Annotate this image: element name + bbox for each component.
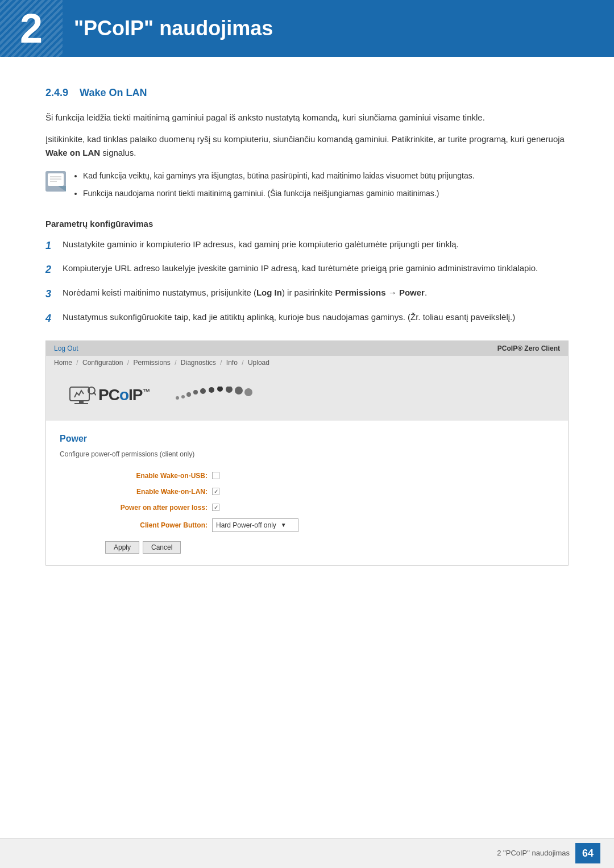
step-3-end: . <box>425 288 427 297</box>
nav-sep-3: / <box>173 358 179 368</box>
iface-nav-permissions[interactable]: Permissions <box>133 358 170 368</box>
iface-client-power-select[interactable]: Hard Power-off only ▼ <box>212 518 298 532</box>
iface-nav-configuration[interactable]: Configuration <box>82 358 123 368</box>
page-footer: 2 "PCoIP" naudojimas 64 <box>0 838 614 868</box>
svg-point-12 <box>186 392 191 397</box>
chapter-number-box: 2 <box>0 0 63 57</box>
header-stripe-decoration <box>0 0 63 57</box>
iface-form: Enable Wake-on-USB: Enable Wake-on-LAN: … <box>60 471 554 554</box>
pcoip-logo: PCoIP™ <box>69 383 150 407</box>
iface-power-loss-label: Power on after power loss: <box>105 502 208 513</box>
iface-action-buttons: Apply Cancel <box>60 541 554 554</box>
iface-nav-bar: Home / Configuration / Permissions / Dia… <box>46 356 568 369</box>
nav-sep-4: / <box>218 358 224 368</box>
iface-brand-name: PCoIP® Zero Client <box>497 343 560 354</box>
step-3-num: 3 <box>45 286 56 302</box>
svg-point-14 <box>200 388 206 394</box>
apply-button[interactable]: Apply <box>105 541 139 554</box>
pcoip-logo-icon <box>69 385 96 405</box>
step-3-pre: Norėdami keisti maitinimo nustatymus, pr… <box>63 288 256 297</box>
iface-client-power-label: Client Power Button: <box>105 520 208 530</box>
section-heading: 2.4.9 Wake On LAN <box>45 85 569 101</box>
intro-para-2: Įsitikinkite, kad tinklas palaiko duomen… <box>45 132 569 160</box>
svg-point-16 <box>217 387 223 392</box>
svg-point-10 <box>176 396 179 400</box>
svg-point-15 <box>209 387 214 393</box>
iface-power-loss-row: Power on after power loss: <box>60 502 554 513</box>
sub-heading: Parametrų konfigūravimas <box>45 218 569 231</box>
nav-sep-5: / <box>240 358 246 368</box>
step-3-arrow: → <box>386 288 399 297</box>
step-4-text: Nustatymus sukonfigūruokite taip, kad ji… <box>63 310 515 324</box>
intro-para-2-text: Įsitikinkite, kad tinklas palaiko duomen… <box>45 134 565 144</box>
iface-logo-area: PCoIP™ <box>46 369 568 421</box>
note-icon <box>45 171 66 192</box>
svg-point-13 <box>193 390 198 394</box>
iface-wake-usb-label: Enable Wake-on-USB: <box>105 471 208 481</box>
svg-rect-8 <box>74 403 88 404</box>
step-1-text: Nustatykite gaminio ir kompiuterio IP ad… <box>63 238 459 251</box>
intro-para-1: Ši funkcija leidžia tiekti maitinimą gam… <box>45 111 569 124</box>
iface-client-power-row: Client Power Button: Hard Power-off only… <box>60 518 554 532</box>
interface-screenshot: Log Out PCoIP® Zero Client Home / Config… <box>45 340 569 566</box>
main-content: 2.4.9 Wake On LAN Ši funkcija leidžia ti… <box>0 57 614 600</box>
iface-body: Power Configure power-off permissions (c… <box>46 421 568 565</box>
iface-logout-link[interactable]: Log Out <box>54 343 78 354</box>
iface-wake-usb-row: Enable Wake-on-USB: <box>60 471 554 481</box>
note-list: Kad funkcija veiktų, kai gaminys yra išj… <box>72 170 475 205</box>
step-4-num: 4 <box>45 310 56 327</box>
pcoip-logo-text: PCoIP™ <box>98 383 150 407</box>
iface-nav-upload[interactable]: Upload <box>248 358 269 368</box>
nav-sep-1: / <box>74 358 80 368</box>
dropdown-arrow-icon: ▼ <box>281 521 287 529</box>
iface-power-desc: Configure power-off permissions (client … <box>60 449 554 459</box>
note-item-2: Funkcija naudojama norint tiekti maitini… <box>83 188 475 200</box>
footer-chapter-label: 2 "PCoIP" naudojimas <box>497 848 570 859</box>
iface-power-loss-checkbox[interactable] <box>212 504 219 511</box>
step-3-text: Norėdami keisti maitinimo nustatymus, pr… <box>63 286 427 300</box>
section-number: 2.4.9 <box>45 87 68 98</box>
svg-point-11 <box>181 395 185 398</box>
iface-top-bar: Log Out PCoIP® Zero Client <box>46 341 568 356</box>
step-2-text: Kompiuteryje URL adreso laukelyje įveski… <box>63 261 538 275</box>
iface-wake-lan-checkbox[interactable] <box>212 488 219 495</box>
steps-list: 1 Nustatykite gaminio ir kompiuterio IP … <box>45 238 569 327</box>
step-3-bold3: Power <box>399 288 425 297</box>
step-1: 1 Nustatykite gaminio ir kompiuterio IP … <box>45 238 569 254</box>
signal-visualization <box>175 387 254 404</box>
step-2: 2 Kompiuteryje URL adreso laukelyje įves… <box>45 261 569 278</box>
footer-page-number: 64 <box>575 843 600 863</box>
step-2-num: 2 <box>45 261 56 278</box>
cancel-button[interactable]: Cancel <box>143 541 181 554</box>
iface-power-title: Power <box>60 432 554 446</box>
page-header: 2 "PCoIP" naudojimas <box>0 0 614 57</box>
intro-wake-on-lan-bold: Wake on LAN <box>45 148 100 157</box>
iface-client-power-value: Hard Power-off only <box>216 520 276 530</box>
section-title: Wake On LAN <box>80 87 147 98</box>
signal-dots <box>175 387 254 404</box>
step-3-mid: ) ir pasirinkite <box>282 288 335 297</box>
note-item-1: Kad funkcija veiktų, kai gaminys yra išj… <box>83 170 475 182</box>
step-1-num: 1 <box>45 238 56 254</box>
svg-point-19 <box>244 388 252 396</box>
intro-para-2-end: signalus. <box>100 148 136 157</box>
chapter-title: "PCoIP" naudojimas <box>74 13 273 44</box>
svg-point-18 <box>235 387 243 394</box>
step-3-bold2: Permissions <box>335 288 385 297</box>
svg-rect-7 <box>79 401 84 403</box>
iface-wake-lan-row: Enable Wake-on-LAN: <box>60 487 554 497</box>
step-3-bold1: Log In <box>256 288 282 297</box>
iface-wake-usb-checkbox[interactable] <box>212 472 219 479</box>
iface-nav-diagnostics[interactable]: Diagnostics <box>181 358 216 368</box>
svg-point-17 <box>226 387 233 393</box>
iface-nav-info[interactable]: Info <box>226 358 238 368</box>
iface-wake-lan-label: Enable Wake-on-LAN: <box>105 487 208 497</box>
note-box: Kad funkcija veiktų, kai gaminys yra išj… <box>45 170 569 205</box>
step-4: 4 Nustatymus sukonfigūruokite taip, kad … <box>45 310 569 327</box>
nav-sep-2: / <box>125 358 131 368</box>
iface-nav-home[interactable]: Home <box>54 358 72 368</box>
svg-rect-1 <box>48 173 64 186</box>
step-3: 3 Norėdami keisti maitinimo nustatymus, … <box>45 286 569 302</box>
